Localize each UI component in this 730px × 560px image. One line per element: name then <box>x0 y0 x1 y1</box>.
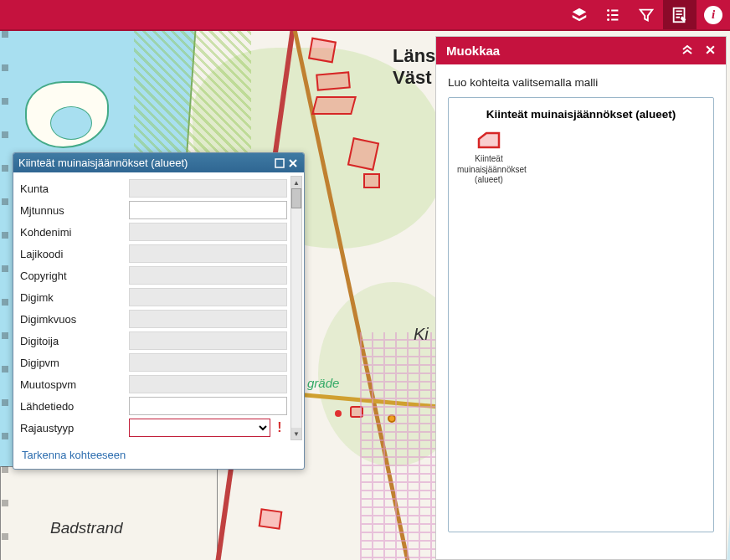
field-label: Digimkvuos <box>20 313 129 326</box>
field-label: Digipvm <box>20 357 129 369</box>
scroll-up-button[interactable]: ▲ <box>291 177 301 188</box>
attribute-panel-body: Kunta Mjtunnus Kohdenimi Lajikoodi Copyr… <box>13 172 304 444</box>
required-warning-icon: ! <box>272 419 287 437</box>
attribute-panel-title: Kiinteät muinaisjäännökset (alueet) <box>18 157 188 169</box>
field-label: Digimk <box>20 291 129 304</box>
field-label: Mjtunnus <box>20 204 129 217</box>
lajikoodi-field <box>129 244 287 263</box>
edit-button[interactable] <box>663 0 697 29</box>
attribute-panel-footer: Tarkenna kohteeseen <box>13 444 304 469</box>
field-row: Kunta <box>20 179 302 198</box>
field-label: Lajikoodi <box>20 248 129 260</box>
field-row: Lajikoodi <box>20 244 302 263</box>
map-label-ki: Ki <box>414 325 429 344</box>
zoom-to-feature-link[interactable]: Tarkenna kohteeseen <box>22 449 126 461</box>
template-item[interactable]: Kiinteätmuinaisjäännökset(alueet) <box>457 131 521 186</box>
map-label-lansi: LänsVäst <box>393 45 435 89</box>
legend-button[interactable] <box>596 0 630 29</box>
edit-panel-header: Muokkaa <box>436 37 726 64</box>
scrollbar[interactable]: ▲ ▼ <box>290 176 302 440</box>
field-label: Kohdenimi <box>20 226 129 239</box>
scroll-down-button[interactable]: ▼ <box>291 428 301 439</box>
edit-panel-subtitle: Luo kohteita valitsemalla malli <box>436 64 726 97</box>
copyright-field <box>129 266 287 285</box>
field-row: Digimkvuos <box>20 310 302 328</box>
field-row: Digitoija <box>20 331 302 350</box>
field-row: Muutospvm <box>20 375 302 393</box>
filter-button[interactable] <box>630 0 663 29</box>
collapse-button[interactable] <box>681 44 693 58</box>
template-label: Kiinteätmuinaisjäännökset(alueet) <box>457 154 521 186</box>
chevron-double-up-icon <box>681 44 693 55</box>
kunta-field <box>129 179 287 198</box>
lahdetiedo-field[interactable] <box>129 397 287 415</box>
svg-point-2 <box>607 18 609 21</box>
edit-panel-title: Muokkaa <box>446 44 500 58</box>
maximize-icon <box>275 158 285 168</box>
field-row: Lähdetiedo <box>20 397 302 415</box>
svg-point-1 <box>607 13 609 16</box>
info-icon: i <box>704 6 722 24</box>
close-icon <box>288 158 298 168</box>
maximize-button[interactable] <box>274 157 285 169</box>
attribute-panel: Kiinteät muinaisjäännökset (alueet) Kunt… <box>13 152 305 470</box>
field-row: Rajaustyyp! <box>20 419 302 437</box>
digitoija-field <box>129 331 287 350</box>
field-label: Muutospvm <box>20 378 129 391</box>
field-row: Digimk <box>20 288 302 306</box>
field-label: Kunta <box>20 182 129 195</box>
template-list: Kiinteät muinaisjäännökset (alueet) Kiin… <box>448 97 714 532</box>
field-row: Mjtunnus <box>20 201 302 219</box>
close-icon <box>705 44 716 55</box>
field-row: Kohdenimi <box>20 223 302 241</box>
template-category-title: Kiinteät muinaisjäännökset (alueet) <box>457 108 705 121</box>
svg-rect-4 <box>275 159 284 167</box>
legend-icon <box>604 6 622 24</box>
field-label: Copyright <box>20 270 129 282</box>
edit-icon <box>671 6 689 24</box>
map-label-grade: gräde <box>307 376 339 390</box>
attribute-panel-titlebar[interactable]: Kiinteät muinaisjäännökset (alueet) <box>13 153 304 172</box>
field-label: Lähdetiedo <box>20 400 129 413</box>
rajaustyyp-field[interactable] <box>129 419 270 437</box>
digimk-field <box>129 288 287 306</box>
close-panel-button[interactable] <box>705 44 716 58</box>
layers-icon <box>570 6 589 24</box>
close-button[interactable] <box>287 157 299 169</box>
layers-button[interactable] <box>563 0 596 29</box>
polygon-template-icon <box>476 131 501 151</box>
kohdenimi-field <box>129 223 287 241</box>
info-button[interactable]: i <box>697 0 730 29</box>
svg-point-0 <box>607 9 609 12</box>
top-toolbar: i <box>0 0 730 31</box>
field-label: Rajaustyyp <box>20 422 129 434</box>
field-row: Copyright <box>20 266 302 285</box>
muutospvm-field <box>129 375 287 393</box>
filter-icon <box>637 6 655 24</box>
scroll-thumb[interactable] <box>291 188 301 208</box>
mjtunnus-field[interactable] <box>129 201 287 219</box>
digimkvuos-field <box>129 310 287 328</box>
map-label-badstrand: Badstrand <box>50 519 123 537</box>
field-row: Digipvm <box>20 353 302 372</box>
edit-panel: Muokkaa Luo kohteita valitsemalla malli … <box>435 36 727 560</box>
field-label: Digitoija <box>20 335 129 347</box>
digipvm-field <box>129 353 287 372</box>
